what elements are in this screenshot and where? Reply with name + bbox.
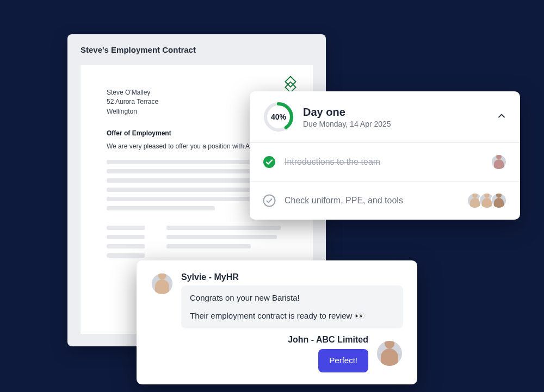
chat-message: Sylvie - MyHR Congrats on your new Baris… [151, 272, 403, 328]
assignee-avatars [491, 154, 507, 170]
avatar [491, 154, 507, 170]
collapse-toggle[interactable] [496, 110, 507, 123]
chat-bubble[interactable]: Perfect! [318, 349, 368, 372]
avatar [491, 192, 507, 209]
checklist-title: Day one [303, 106, 487, 119]
chat-sender-name: John - ABC Limited [288, 335, 368, 345]
checkmark-outline-icon [263, 194, 276, 207]
chat-sender-name: Sylvie - MyHR [181, 272, 403, 282]
chevron-up-icon [496, 110, 507, 121]
document-body-placeholder-2 [107, 226, 287, 263]
onboarding-checklist-card: 40% Day one Due Monday, 14 Apr 2025 Intr… [250, 91, 520, 220]
assignee-avatars [467, 192, 507, 209]
avatar [151, 272, 174, 295]
checklist-item-label: Check uniform, PPE, and tools [285, 196, 458, 206]
document-title: Steve's Employment Contract [81, 45, 313, 54]
avatar [376, 340, 403, 367]
progress-percent: 40% [263, 101, 294, 133]
checkmark-filled-icon [263, 155, 276, 169]
checklist-item[interactable]: Check uniform, PPE, and tools [250, 181, 520, 220]
checklist-item[interactable]: Introductions to the team [250, 143, 520, 181]
chat-card: Sylvie - MyHR Congrats on your new Baris… [137, 260, 417, 384]
chat-message: John - ABC Limited Perfect! [151, 335, 403, 372]
chat-bubble: Congrats on your new Barista! Their empl… [181, 285, 403, 328]
svg-point-5 [264, 195, 275, 207]
checklist-due-date: Due Monday, 14 Apr 2025 [303, 120, 487, 128]
progress-ring: 40% [263, 101, 294, 133]
chat-line: Their employment contract is ready to re… [190, 310, 394, 322]
checklist-header[interactable]: 40% Day one Due Monday, 14 Apr 2025 [250, 91, 520, 143]
chat-line: Congrats on your new Barista! [190, 292, 394, 304]
checklist-item-label: Introductions to the team [285, 157, 482, 167]
